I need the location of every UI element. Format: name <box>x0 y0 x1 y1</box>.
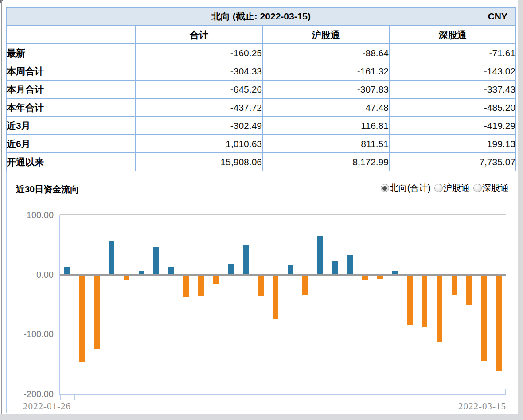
table-row: 最新-160.25-88.64-71.61 <box>6 44 516 62</box>
bar-2022-01-27 <box>79 275 85 362</box>
bar-2022-02-16 <box>213 275 219 284</box>
bar-2022-03-02 <box>362 275 368 280</box>
row-label: 本月合计 <box>6 80 136 98</box>
radio-unselected-icon[interactable] <box>473 184 482 192</box>
row-value: 15,908.06 <box>136 153 262 171</box>
bar-2022-01-26 <box>64 267 70 275</box>
x-axis-end-label: 2022-03-15 <box>458 401 506 412</box>
table-body: 最新-160.25-88.64-71.61本周合计-304.33-161.32-… <box>6 44 516 171</box>
bar-2022-01-28 <box>94 275 100 349</box>
series-radio-label: 沪股通 <box>443 182 470 194</box>
row-value: -88.64 <box>262 44 389 62</box>
row-label: 近6月 <box>6 135 136 153</box>
bar-2022-02-15 <box>198 275 204 296</box>
table-row: 近3月-302.49116.81-419.29 <box>6 117 516 135</box>
bar-2022-02-14 <box>183 275 189 297</box>
chart-title: 近30日资金流向 <box>16 183 79 195</box>
x-axis-tick <box>74 394 75 400</box>
flow-chart-panel: 近30日资金流向 北向(合计)沪股通深股通 2022-01-26 2022-03… <box>6 171 515 413</box>
summary-table: 北向 (截止: 2022-03-15) CNY 合计沪股通深股通 最新-160.… <box>6 7 516 171</box>
radio-dot <box>382 186 387 191</box>
bar-2022-03-03 <box>377 275 383 279</box>
bar-chart-plot: 2022-01-26 2022-03-15 100.000.00-100.00-… <box>59 215 506 395</box>
row-value: -302.49 <box>136 117 262 135</box>
bar-2022-02-24 <box>302 275 308 295</box>
bar-2022-03-07 <box>407 275 413 325</box>
table-title-row: 北向 (截止: 2022-03-15) CNY <box>6 7 516 26</box>
x-axis-start-label: 2022-01-26 <box>23 401 71 412</box>
bar-2022-02-28 <box>332 261 338 275</box>
column-header-3: 深股通 <box>389 26 516 44</box>
column-header-1: 合计 <box>136 26 262 44</box>
series-radio-label: 深股通 <box>482 182 509 194</box>
bar-2022-02-22 <box>273 275 278 319</box>
bar-2022-02-23 <box>288 265 293 275</box>
series-radio-group: 北向(合计)沪股通深股通 <box>381 182 509 194</box>
row-value: -304.33 <box>136 62 262 80</box>
row-value: -160.25 <box>136 44 262 62</box>
radio-selected-icon[interactable] <box>381 184 389 192</box>
row-value: -71.61 <box>389 44 516 62</box>
window-edge-right <box>518 0 523 420</box>
window-edge-bottom <box>0 414 523 420</box>
row-value: -419.29 <box>389 117 516 135</box>
bar-2022-03-01 <box>347 255 353 275</box>
row-value: 199.13 <box>389 135 516 153</box>
row-value: -485.20 <box>389 98 516 117</box>
row-label: 本年合计 <box>6 98 136 117</box>
column-header-2: 沪股通 <box>262 26 389 44</box>
row-value: -307.83 <box>262 80 389 98</box>
gridline <box>60 214 506 215</box>
table-row: 本月合计-645.26-307.83-337.43 <box>6 80 516 98</box>
bar-2022-03-15 <box>496 275 502 371</box>
row-value: -437.72 <box>136 98 262 117</box>
bar-2022-02-17 <box>228 264 234 275</box>
table-row: 近6月1,010.63811.51199.13 <box>6 135 516 153</box>
row-value: 116.81 <box>262 117 389 135</box>
row-value: -161.32 <box>262 62 389 80</box>
series-radio-2[interactable]: 深股通 <box>473 182 509 194</box>
row-value: 47.48 <box>262 98 389 117</box>
row-value: 1,010.63 <box>136 135 262 153</box>
column-header-row: 合计沪股通深股通 <box>6 26 516 44</box>
table-row: 本年合计-437.7247.48-485.20 <box>6 98 516 117</box>
bar-2022-02-11 <box>168 267 174 274</box>
table-title: 北向 (截止: 2022-03-15) <box>211 11 311 21</box>
series-radio-1[interactable]: 沪股通 <box>434 182 470 194</box>
bar-2022-02-18 <box>243 245 249 274</box>
y-axis-label: 100.00 <box>9 210 54 220</box>
x-axis-tick <box>505 389 506 394</box>
bar-2022-02-08 <box>124 275 129 280</box>
bar-2022-03-08 <box>422 275 427 327</box>
bar-2022-02-10 <box>153 247 159 275</box>
series-radio-0[interactable]: 北向(合计) <box>381 182 431 194</box>
window-edge-left <box>1 0 2 414</box>
row-value: 8,172.99 <box>262 153 389 171</box>
northbound-widget: 北向 (截止: 2022-03-15) CNY 合计沪股通深股通 最新-160.… <box>6 7 515 413</box>
row-value: -337.43 <box>389 80 516 98</box>
table-title-cell: 北向 (截止: 2022-03-15) CNY <box>6 7 516 26</box>
row-value: 811.51 <box>262 135 389 153</box>
table-row: 开通以来15,908.068,172.997,735.07 <box>6 153 516 171</box>
row-label: 本周合计 <box>6 62 136 80</box>
column-header-0 <box>6 26 136 44</box>
row-label: 近3月 <box>6 117 136 135</box>
table-row: 本周合计-304.33-161.32-143.02 <box>6 62 516 80</box>
bar-2022-03-14 <box>481 275 487 361</box>
row-value: -645.26 <box>136 80 262 98</box>
bar-2022-02-07 <box>109 241 114 274</box>
series-radio-label: 北向(合计) <box>390 182 431 194</box>
bar-2022-02-21 <box>258 275 264 296</box>
row-value: -143.02 <box>389 62 516 80</box>
zero-gridline <box>60 274 506 276</box>
bar-2022-03-10 <box>452 275 457 295</box>
bar-2022-03-11 <box>466 275 472 305</box>
currency-label: CNY <box>488 11 507 22</box>
bar-2022-03-09 <box>437 275 442 342</box>
radio-unselected-icon[interactable] <box>434 184 443 192</box>
row-value: 7,735.07 <box>389 153 516 171</box>
y-axis-label: 0.00 <box>9 269 54 280</box>
x-axis-tick <box>60 394 61 400</box>
bar-2022-02-25 <box>317 236 323 275</box>
y-axis-label: -100.00 <box>9 329 54 339</box>
